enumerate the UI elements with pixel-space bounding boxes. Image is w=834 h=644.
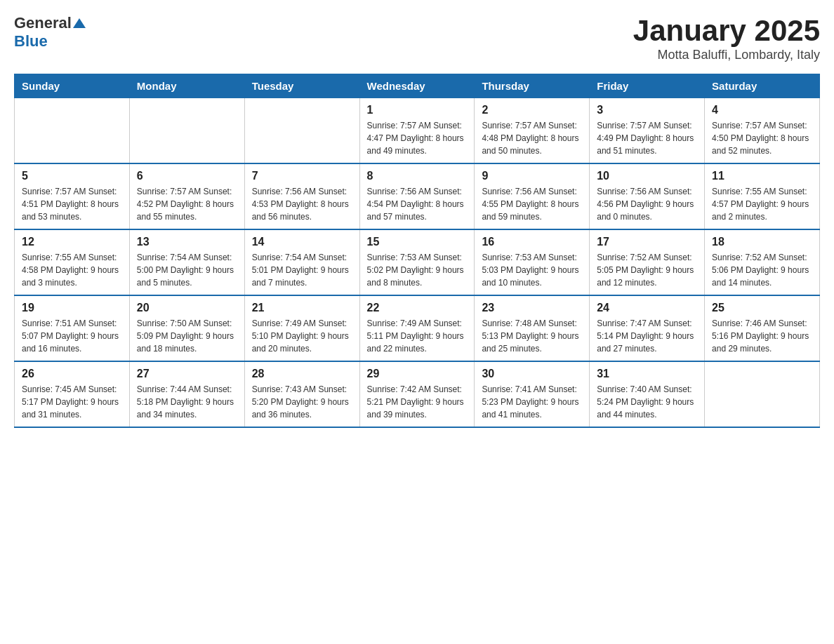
calendar-cell: 12Sunrise: 7:55 AM Sunset: 4:58 PM Dayli… [15, 229, 130, 295]
day-number: 12 [22, 236, 122, 248]
day-info: Sunrise: 7:49 AM Sunset: 5:10 PM Dayligh… [252, 317, 352, 355]
day-number: 27 [137, 368, 237, 380]
day-number: 20 [137, 302, 237, 314]
day-info: Sunrise: 7:56 AM Sunset: 4:56 PM Dayligh… [597, 185, 697, 223]
day-number: 13 [137, 236, 237, 248]
calendar-title: January 2025 [633, 14, 820, 48]
day-info: Sunrise: 7:52 AM Sunset: 5:05 PM Dayligh… [597, 251, 697, 289]
day-info: Sunrise: 7:50 AM Sunset: 5:09 PM Dayligh… [137, 317, 237, 355]
day-info: Sunrise: 7:54 AM Sunset: 5:00 PM Dayligh… [137, 251, 237, 289]
calendar-cell: 25Sunrise: 7:46 AM Sunset: 5:16 PM Dayli… [705, 295, 820, 361]
weekday-header: Sunday [15, 74, 130, 98]
calendar-week-row: 1Sunrise: 7:57 AM Sunset: 4:47 PM Daylig… [15, 98, 820, 164]
day-info: Sunrise: 7:46 AM Sunset: 5:16 PM Dayligh… [712, 317, 812, 355]
day-number: 18 [712, 236, 812, 248]
day-info: Sunrise: 7:57 AM Sunset: 4:47 PM Dayligh… [367, 119, 468, 157]
logo-triangle-icon [73, 17, 86, 29]
logo-general-text: General [14, 14, 72, 32]
day-number: 30 [482, 368, 582, 380]
title-block: January 2025 Motta Baluffi, Lombardy, It… [633, 14, 820, 62]
day-number: 15 [367, 236, 468, 248]
calendar-week-row: 19Sunrise: 7:51 AM Sunset: 5:07 PM Dayli… [15, 295, 820, 361]
calendar-cell: 21Sunrise: 7:49 AM Sunset: 5:10 PM Dayli… [244, 295, 359, 361]
day-info: Sunrise: 7:53 AM Sunset: 5:02 PM Dayligh… [367, 251, 468, 289]
page-header: General Blue January 2025 Motta Baluffi,… [14, 14, 820, 62]
calendar-cell [705, 361, 820, 427]
day-number: 5 [22, 170, 122, 182]
logo-blue-text: Blue [14, 32, 48, 51]
calendar-cell: 19Sunrise: 7:51 AM Sunset: 5:07 PM Dayli… [15, 295, 130, 361]
calendar-cell: 27Sunrise: 7:44 AM Sunset: 5:18 PM Dayli… [129, 361, 244, 427]
calendar-cell: 30Sunrise: 7:41 AM Sunset: 5:23 PM Dayli… [475, 361, 590, 427]
weekday-header: Friday [590, 74, 705, 98]
calendar-cell: 15Sunrise: 7:53 AM Sunset: 5:02 PM Dayli… [359, 229, 475, 295]
day-info: Sunrise: 7:56 AM Sunset: 4:54 PM Dayligh… [367, 185, 468, 223]
day-info: Sunrise: 7:48 AM Sunset: 5:13 PM Dayligh… [482, 317, 582, 355]
day-info: Sunrise: 7:41 AM Sunset: 5:23 PM Dayligh… [482, 383, 582, 421]
calendar-cell: 7Sunrise: 7:56 AM Sunset: 4:53 PM Daylig… [244, 163, 359, 229]
calendar-cell [129, 98, 244, 164]
calendar-cell: 17Sunrise: 7:52 AM Sunset: 5:05 PM Dayli… [590, 229, 705, 295]
calendar-week-row: 12Sunrise: 7:55 AM Sunset: 4:58 PM Dayli… [15, 229, 820, 295]
calendar-cell: 11Sunrise: 7:55 AM Sunset: 4:57 PM Dayli… [705, 163, 820, 229]
day-info: Sunrise: 7:55 AM Sunset: 4:57 PM Dayligh… [712, 185, 812, 223]
svg-marker-0 [73, 18, 86, 28]
calendar-cell: 20Sunrise: 7:50 AM Sunset: 5:09 PM Dayli… [129, 295, 244, 361]
weekday-header: Monday [129, 74, 244, 98]
day-number: 25 [712, 302, 812, 314]
day-number: 8 [367, 170, 468, 182]
calendar-cell [244, 98, 359, 164]
day-number: 24 [597, 302, 697, 314]
day-info: Sunrise: 7:57 AM Sunset: 4:52 PM Dayligh… [137, 185, 237, 223]
day-info: Sunrise: 7:45 AM Sunset: 5:17 PM Dayligh… [22, 383, 122, 421]
day-number: 19 [22, 302, 122, 314]
calendar-cell: 6Sunrise: 7:57 AM Sunset: 4:52 PM Daylig… [129, 163, 244, 229]
calendar-cell: 2Sunrise: 7:57 AM Sunset: 4:48 PM Daylig… [475, 98, 590, 164]
day-number: 1 [367, 104, 468, 116]
calendar-cell: 16Sunrise: 7:53 AM Sunset: 5:03 PM Dayli… [475, 229, 590, 295]
calendar-cell: 31Sunrise: 7:40 AM Sunset: 5:24 PM Dayli… [590, 361, 705, 427]
day-info: Sunrise: 7:52 AM Sunset: 5:06 PM Dayligh… [712, 251, 812, 289]
calendar-cell: 18Sunrise: 7:52 AM Sunset: 5:06 PM Dayli… [705, 229, 820, 295]
day-number: 3 [597, 104, 697, 116]
calendar-cell: 5Sunrise: 7:57 AM Sunset: 4:51 PM Daylig… [15, 163, 130, 229]
calendar-subtitle: Motta Baluffi, Lombardy, Italy [633, 48, 820, 62]
day-info: Sunrise: 7:53 AM Sunset: 5:03 PM Dayligh… [482, 251, 582, 289]
calendar-cell: 1Sunrise: 7:57 AM Sunset: 4:47 PM Daylig… [359, 98, 475, 164]
day-number: 22 [367, 302, 468, 314]
weekday-header: Saturday [705, 74, 820, 98]
day-number: 14 [252, 236, 352, 248]
calendar-cell: 26Sunrise: 7:45 AM Sunset: 5:17 PM Dayli… [15, 361, 130, 427]
calendar-cell: 23Sunrise: 7:48 AM Sunset: 5:13 PM Dayli… [475, 295, 590, 361]
day-number: 2 [482, 104, 582, 116]
day-number: 31 [597, 368, 697, 380]
day-info: Sunrise: 7:49 AM Sunset: 5:11 PM Dayligh… [367, 317, 468, 355]
day-info: Sunrise: 7:54 AM Sunset: 5:01 PM Dayligh… [252, 251, 352, 289]
calendar-cell: 28Sunrise: 7:43 AM Sunset: 5:20 PM Dayli… [244, 361, 359, 427]
day-info: Sunrise: 7:44 AM Sunset: 5:18 PM Dayligh… [137, 383, 237, 421]
calendar-cell: 8Sunrise: 7:56 AM Sunset: 4:54 PM Daylig… [359, 163, 475, 229]
calendar-cell: 4Sunrise: 7:57 AM Sunset: 4:50 PM Daylig… [705, 98, 820, 164]
day-info: Sunrise: 7:40 AM Sunset: 5:24 PM Dayligh… [597, 383, 697, 421]
day-info: Sunrise: 7:57 AM Sunset: 4:51 PM Dayligh… [22, 185, 122, 223]
calendar-cell [15, 98, 130, 164]
calendar-cell: 10Sunrise: 7:56 AM Sunset: 4:56 PM Dayli… [590, 163, 705, 229]
weekday-header: Tuesday [244, 74, 359, 98]
day-number: 9 [482, 170, 582, 182]
logo[interactable]: General Blue [14, 14, 86, 51]
day-number: 23 [482, 302, 582, 314]
day-number: 17 [597, 236, 697, 248]
day-info: Sunrise: 7:43 AM Sunset: 5:20 PM Dayligh… [252, 383, 352, 421]
day-info: Sunrise: 7:55 AM Sunset: 4:58 PM Dayligh… [22, 251, 122, 289]
weekday-header: Thursday [475, 74, 590, 98]
day-info: Sunrise: 7:57 AM Sunset: 4:50 PM Dayligh… [712, 119, 812, 157]
day-number: 21 [252, 302, 352, 314]
day-number: 28 [252, 368, 352, 380]
weekday-header: Wednesday [359, 74, 475, 98]
calendar-cell: 13Sunrise: 7:54 AM Sunset: 5:00 PM Dayli… [129, 229, 244, 295]
day-info: Sunrise: 7:57 AM Sunset: 4:48 PM Dayligh… [482, 119, 582, 157]
day-number: 26 [22, 368, 122, 380]
day-info: Sunrise: 7:47 AM Sunset: 5:14 PM Dayligh… [597, 317, 697, 355]
calendar-cell: 22Sunrise: 7:49 AM Sunset: 5:11 PM Dayli… [359, 295, 475, 361]
day-number: 29 [367, 368, 468, 380]
